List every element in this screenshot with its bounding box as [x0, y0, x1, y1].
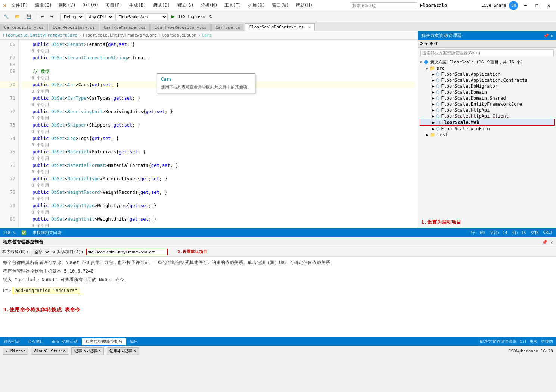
refresh-btn[interactable]: ↻	[207, 13, 215, 20]
code-line-78: public DbSet<WeightRecord> WeightRecords…	[22, 189, 415, 196]
tab-cartype[interactable]: CarType.cs	[211, 24, 244, 31]
tree-web[interactable]: ▶ ⬡ FloorScale.Web	[420, 119, 555, 126]
preview-btn[interactable]: 👁	[434, 41, 439, 46]
expand-test-icon[interactable]: ▶	[426, 132, 428, 137]
bottom-panel-toolbar: 程序包源(K): 全部 ⚙ 默认项目(J): 2.设置默认项目	[0, 247, 556, 257]
panel-close-btn[interactable]: ✕	[550, 33, 553, 38]
expand-icon[interactable]: ▶	[432, 90, 434, 95]
breadcrumb-member[interactable]: Cars	[202, 33, 212, 38]
console-version: 程序包管理器控制台主机版本 5.10.0.7240	[3, 268, 553, 275]
tree-winform[interactable]: ▶ ⬡ FloorScale.WinForm	[420, 126, 555, 132]
menu-git[interactable]: Git(G)	[80, 1, 102, 10]
menu-file[interactable]: 文件(F)	[8, 1, 31, 10]
redo-btn[interactable]: ↪	[48, 13, 56, 20]
tab-close-icon[interactable]: ✕	[308, 25, 311, 29]
panel-pin-btn[interactable]: 📌	[543, 33, 549, 38]
tree-domain[interactable]: ▶ ⬡ FloorScale.Domain	[420, 89, 555, 95]
sync-btn[interactable]: ⟳	[420, 41, 423, 46]
settings-icon[interactable]: ⚙	[53, 249, 55, 254]
tree-test[interactable]: ▶ 📁 test	[420, 132, 555, 138]
pm-command[interactable]: add-migration "addCars"	[13, 287, 80, 294]
platform-select[interactable]: Any CPU	[86, 13, 114, 20]
new-btn[interactable]: 🔧	[1, 13, 11, 20]
expand-icon[interactable]: ▶	[432, 102, 434, 107]
tree-application-contracts[interactable]: ▶ ⬡ FloorScale.Application.Contracts	[420, 77, 555, 83]
code-line-67: public DbSet<TenantConnectionString> Ten…	[22, 55, 415, 61]
tab-cartypemanager[interactable]: CarTypeManager.cs	[100, 24, 150, 31]
breadcrumb-namespace[interactable]: FloorScale.EntityFrameworkCore	[3, 33, 77, 38]
tree-application[interactable]: ▶ ⬡ FloorScale.Application	[420, 71, 555, 77]
tab-icarrepository[interactable]: ICarRepository.cs	[49, 24, 99, 31]
expand-icon[interactable]: ▶	[432, 84, 434, 89]
solution-icon: 🔷	[423, 60, 429, 65]
taskbar-mirror[interactable]: • Mirror	[3, 348, 28, 355]
code-editor[interactable]: public DbSet<Tenant> Tenants { get; set;…	[19, 40, 418, 228]
project-select[interactable]: FloorScale.Web	[115, 13, 168, 20]
expand-icon[interactable]: ▼	[420, 60, 422, 64]
expand-icon[interactable]: ▶	[432, 78, 434, 83]
expand-icon[interactable]: ▶	[432, 96, 434, 101]
menu-analyze[interactable]: 分析(N)	[198, 1, 221, 10]
menu-help[interactable]: 帮助(H)	[293, 1, 316, 10]
tab-icartyperepository[interactable]: ICarTypeRepository.cs	[150, 24, 211, 31]
expand-icon[interactable]: ▶	[432, 120, 435, 125]
tab-web-publish[interactable]: Web 发布活动	[48, 338, 82, 345]
menu-bar: 文件(F) 编辑(E) 视图(V) Git(G) 项目(P) 生成(B) 调试(…	[8, 1, 316, 10]
tree-domain-shared[interactable]: ▶ ⬡ FloorScale.Domain.Shared	[420, 95, 555, 101]
minimize-btn[interactable]: ─	[521, 3, 529, 8]
tree-solution[interactable]: ▼ 🔷 解决方案'FloorScale'(16 个项目，共 16 个)	[420, 59, 555, 65]
expand-app-icon[interactable]: ▶	[432, 72, 434, 77]
expand-icon[interactable]: ▶	[432, 108, 434, 113]
tab-output[interactable]: 输出	[126, 338, 142, 345]
open-btn[interactable]: 📂	[13, 13, 22, 20]
tree-dbmigrator[interactable]: ▶ ⬡ FloorScale.DbMigrator	[420, 83, 555, 89]
menu-debug[interactable]: 调试(D)	[150, 1, 173, 10]
default-project-input[interactable]	[86, 249, 168, 255]
expand-icon[interactable]: ▶	[432, 126, 434, 131]
tab-error-list[interactable]: 错误列表	[0, 338, 24, 345]
annotation-2-inline: 2.设置默认项目	[178, 249, 207, 255]
menu-build[interactable]: 生成(B)	[126, 1, 149, 10]
menu-view[interactable]: 视图(V)	[56, 1, 79, 10]
menu-window[interactable]: 窗口(W)	[269, 1, 292, 10]
tree-httpapi[interactable]: ▶ ⬡ FloorScale.HttpApi	[420, 107, 555, 113]
nuget-source-select[interactable]: 全部	[31, 249, 50, 255]
solution-search-input[interactable]	[420, 49, 554, 56]
maximize-btn[interactable]: □	[533, 3, 541, 8]
properties-btn[interactable]: ⚙	[429, 41, 434, 46]
git-changes-tab[interactable]: Git 更改	[520, 339, 538, 345]
class-view-tab[interactable]: 类视图	[541, 339, 553, 345]
menu-extensions[interactable]: 扩展(X)	[245, 1, 268, 10]
collapse-btn[interactable]: ▼	[424, 41, 429, 46]
taskbar-info: CSDN@hemanho 16:28	[509, 349, 553, 354]
taskbar-vs[interactable]: Visual Studio	[31, 348, 68, 355]
tab-carrepository[interactable]: CarRepository.cs	[0, 24, 48, 31]
tab-floorscaledbcontext[interactable]: FloorScaleDbContext.cs ✕	[245, 23, 315, 31]
bottom-pin-btn[interactable]: 📌	[542, 240, 547, 245]
live-share-btn[interactable]: Live Share	[481, 3, 506, 8]
menu-project[interactable]: 项目(P)	[102, 1, 125, 10]
debug-mode-select[interactable]: Debug	[60, 13, 84, 20]
menu-edit[interactable]: 编辑(E)	[32, 1, 55, 10]
menu-test[interactable]: 测试(S)	[174, 1, 197, 10]
tree-httpapi-client[interactable]: ▶ ⬡ FloorScale.HttpApi.Client	[420, 113, 555, 119]
tab-bar: CarRepository.cs ICarRepository.cs CarTy…	[0, 22, 556, 31]
editor-breadcrumb: FloorScale.EntityFrameworkCore › FloorSc…	[0, 31, 418, 40]
bottom-close-btn[interactable]: ✕	[550, 240, 553, 245]
tab-package-manager[interactable]: 程序包管理器控制台	[82, 338, 126, 345]
tree-src[interactable]: ▼ 📁 src	[420, 65, 555, 71]
expand-icon[interactable]: ▶	[432, 113, 434, 119]
undo-btn[interactable]: ↩	[38, 13, 46, 20]
taskbar-notepad1[interactable]: 记事本-记事本	[71, 347, 104, 355]
save-btn[interactable]: 💾	[24, 13, 34, 20]
search-input[interactable]	[350, 2, 417, 9]
close-btn[interactable]: ✕	[544, 3, 553, 8]
solution-explorer-tab[interactable]: 解决方案资源管理器	[480, 339, 517, 345]
tree-efcore[interactable]: ▶ ⬡ FloorScale.EntityFrameworkCore	[420, 101, 555, 107]
run-btn[interactable]: ▶	[169, 13, 177, 20]
expand-src-icon[interactable]: ▼	[426, 66, 428, 71]
breadcrumb-class[interactable]: FloorScale.EntityFrameworkCore.FloorScal…	[83, 33, 196, 38]
tab-command-window[interactable]: 命令窗口	[24, 338, 48, 345]
menu-tools[interactable]: 工具(T)	[221, 1, 245, 10]
taskbar-notepad2[interactable]: 记事本-记事本	[107, 347, 139, 355]
